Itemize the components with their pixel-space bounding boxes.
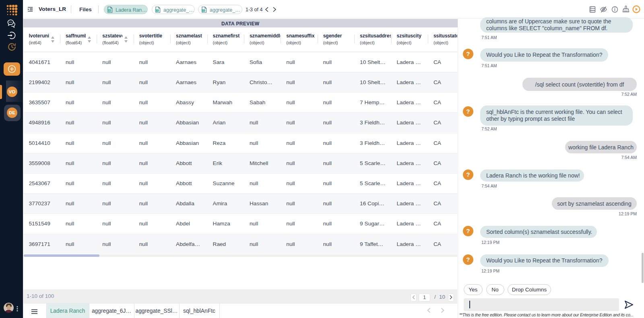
svg-text:CSV: CSV (107, 10, 111, 12)
svg-text:CSV: CSV (155, 10, 159, 12)
svg-text:CSV: CSV (202, 10, 205, 12)
